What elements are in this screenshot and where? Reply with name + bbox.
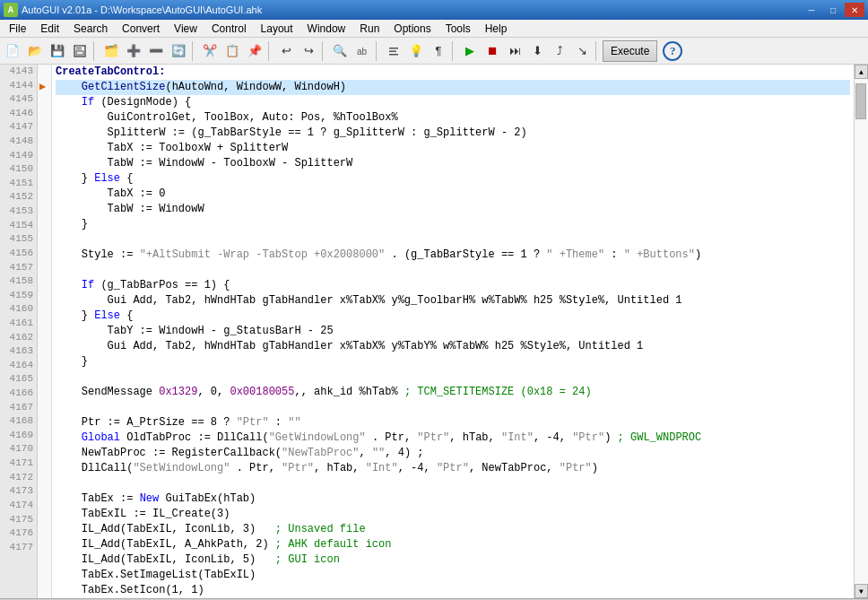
line-num-4146: 4146 xyxy=(4,107,33,121)
line-num-4173: 4173 xyxy=(4,484,33,499)
code-line-4173: IL_Add(TabExIL, IconLib, 3) ; Unsaved fi… xyxy=(56,522,850,537)
code-line-4174: IL_Add(TabExIL, A_AhkPath, 2) ; AHK defa… xyxy=(56,537,850,552)
lightbulb-button[interactable]: 💡 xyxy=(405,40,427,62)
code-line-4143: CreateTabControl: xyxy=(56,65,850,80)
menu-tools[interactable]: Tools xyxy=(438,21,478,37)
title-bar-controls: ─ □ ✕ xyxy=(802,3,864,17)
scroll-thumb[interactable] xyxy=(855,83,866,119)
menu-window[interactable]: Window xyxy=(300,21,353,37)
pilcrow-button[interactable]: ¶ xyxy=(428,40,449,62)
menu-search[interactable]: Search xyxy=(66,21,115,37)
separator-6 xyxy=(452,41,456,61)
code-line-4147: SplitterW := (g_TabBarStyle == 1 ? g_Spl… xyxy=(56,126,850,141)
open-button[interactable]: 📂 xyxy=(24,40,46,62)
line-num-4167: 4167 xyxy=(4,401,33,415)
new-button[interactable]: 📄 xyxy=(2,40,23,62)
menu-file[interactable]: File xyxy=(2,21,33,37)
save-button[interactable]: 💾 xyxy=(47,40,68,62)
menu-convert[interactable]: Convert xyxy=(115,21,167,37)
scroll-track[interactable] xyxy=(855,79,868,584)
vertical-scrollbar[interactable]: ▲ ▼ xyxy=(854,65,868,598)
line-num-4166: 4166 xyxy=(4,387,33,401)
code-line-4169: DllCall("SetWindowLong" . Ptr, "Ptr", hT… xyxy=(56,461,850,476)
new-folder-button[interactable]: 🗂️ xyxy=(100,40,122,62)
separator-7 xyxy=(595,41,600,61)
saveas-button[interactable] xyxy=(69,40,91,62)
line-num-4150: 4150 xyxy=(4,162,33,177)
arrow-gutter: ▶ xyxy=(38,65,52,598)
code-line-4150: } Else { xyxy=(56,171,850,187)
help-button[interactable]: ? xyxy=(663,41,682,61)
close-button[interactable]: ✕ xyxy=(845,3,864,17)
menu-control[interactable]: Control xyxy=(204,21,254,37)
line-num-4152: 4152 xyxy=(4,190,33,204)
svg-rect-2 xyxy=(76,51,83,55)
replace-button[interactable]: ab xyxy=(352,40,373,62)
menu-run[interactable]: Run xyxy=(352,21,386,37)
separator-2 xyxy=(192,41,196,61)
line-num-4165: 4165 xyxy=(4,372,33,387)
code-line-4157: If (g_TabBarPos == 1) { xyxy=(56,278,850,293)
step-button[interactable]: ⏭ xyxy=(504,40,525,62)
code-line-4168: NewTabProc := RegisterCallback("NewTabPr… xyxy=(56,446,850,461)
stepout-button[interactable]: ⤴ xyxy=(549,40,570,62)
refresh-button[interactable]: 🔄 xyxy=(168,40,189,62)
app-icon: A xyxy=(4,3,18,17)
paste-button[interactable]: 📌 xyxy=(244,40,265,62)
line-num-4155: 4155 xyxy=(4,232,33,247)
title-bar-left: A AutoGUI v2.01a - D:\Workspace\AutoGUI\… xyxy=(4,3,262,17)
line-num-4177: 4177 xyxy=(4,541,33,555)
code-line-4149: TabW := WindowW - ToolboxW - SplitterW xyxy=(56,156,850,171)
separator-1 xyxy=(93,41,98,61)
remove-file-button[interactable]: ➖ xyxy=(145,40,167,62)
line-num-4148: 4148 xyxy=(4,135,33,149)
code-line-4170 xyxy=(56,476,850,491)
code-line-4165 xyxy=(56,400,850,415)
find-button[interactable]: 🔍 xyxy=(329,40,351,62)
line-num-4157: 4157 xyxy=(4,261,33,275)
line-num-4151: 4151 xyxy=(4,177,33,191)
line-num-4163: 4163 xyxy=(4,344,33,359)
maximize-button[interactable]: □ xyxy=(823,3,843,17)
add-file-button[interactable]: ➕ xyxy=(123,40,144,62)
code-line-4162: } xyxy=(56,354,850,370)
pause-button[interactable]: ⏹ xyxy=(482,40,503,62)
line-num-4159: 4159 xyxy=(4,289,33,303)
menu-layout[interactable]: Layout xyxy=(254,21,300,37)
code-line-4151: TabX := 0 xyxy=(56,187,850,202)
line-num-4172: 4172 xyxy=(4,471,33,485)
code-line-4171: TabEx := New GuiTabEx(hTab) xyxy=(56,491,850,507)
line-num-4160: 4160 xyxy=(4,302,33,317)
redo-button[interactable]: ↪ xyxy=(298,40,319,62)
undo-button[interactable]: ↩ xyxy=(275,40,297,62)
svg-text:ab: ab xyxy=(357,47,368,57)
editor-area: 4143 4144 4145 4146 4147 4148 4149 4150 … xyxy=(0,65,868,598)
menu-view[interactable]: View xyxy=(167,21,204,37)
line-num-4143: 4143 xyxy=(4,65,33,79)
play-button[interactable]: ▶ xyxy=(459,40,481,62)
menu-options[interactable]: Options xyxy=(386,21,438,37)
code-line-4176: TabEx.SetImageList(TabExIL) xyxy=(56,568,850,583)
scroll-up-button[interactable]: ▲ xyxy=(855,65,868,79)
format-button[interactable] xyxy=(383,40,404,62)
code-line-4160: TabY := WindowH - g_StatusBarH - 25 xyxy=(56,324,850,339)
code-line-4164: SendMessage 0x1329, 0, 0x00180055,, ahk_… xyxy=(56,385,850,400)
cut-button[interactable]: ✂️ xyxy=(199,40,221,62)
menu-edit[interactable]: Edit xyxy=(33,21,66,37)
menu-help[interactable]: Help xyxy=(478,21,515,37)
scroll-down-button[interactable]: ▼ xyxy=(855,584,868,598)
line-num-4147: 4147 xyxy=(4,120,33,135)
copy-button[interactable]: 📋 xyxy=(221,40,243,62)
code-line-4144: GetClientSize(hAutoWnd, WindowW, WindowH… xyxy=(56,80,850,95)
code-line-4177: TabEx.SetIcon(1, 1) xyxy=(56,583,850,598)
line-num-4161: 4161 xyxy=(4,317,33,331)
execute-button[interactable]: Execute xyxy=(603,40,657,62)
code-area[interactable]: CreateTabControl: GetClientSize(hAutoWnd… xyxy=(52,65,854,598)
line-num-4170: 4170 xyxy=(4,442,33,457)
line-num-4154: 4154 xyxy=(4,219,33,233)
stepover-button[interactable]: ⬇ xyxy=(526,40,548,62)
minimize-button[interactable]: ─ xyxy=(802,3,821,17)
line-num-4174: 4174 xyxy=(4,499,33,513)
run-to-button[interactable]: ↘ xyxy=(571,40,593,62)
code-line-4154 xyxy=(56,232,850,248)
